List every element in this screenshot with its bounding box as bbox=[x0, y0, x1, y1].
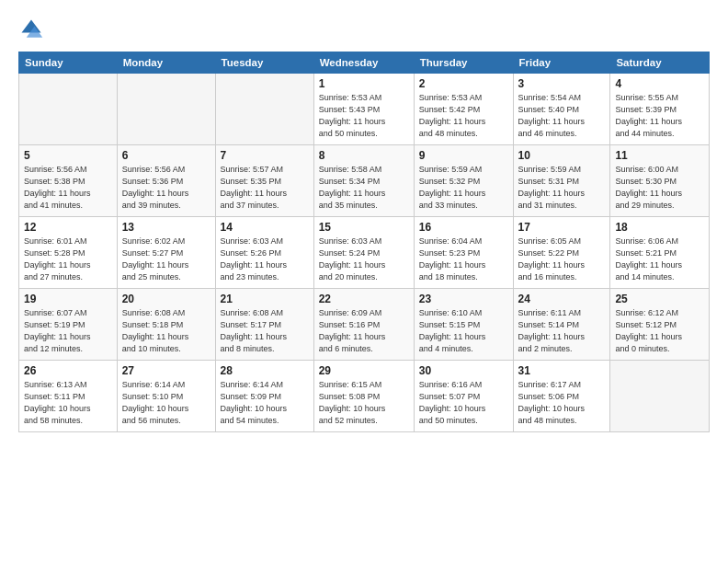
day-info: Sunrise: 6:03 AM Sunset: 5:24 PM Dayligh… bbox=[319, 236, 409, 283]
calendar-cell: 4Sunrise: 5:55 AM Sunset: 5:39 PM Daylig… bbox=[610, 74, 710, 145]
day-info: Sunrise: 6:11 AM Sunset: 5:14 PM Dayligh… bbox=[518, 307, 606, 355]
calendar-week-row: 12Sunrise: 6:01 AM Sunset: 5:28 PM Dayli… bbox=[19, 217, 710, 289]
day-number: 10 bbox=[518, 149, 606, 162]
logo bbox=[18, 17, 48, 42]
day-info: Sunrise: 5:54 AM Sunset: 5:40 PM Dayligh… bbox=[518, 92, 606, 140]
day-info: Sunrise: 6:15 AM Sunset: 5:08 PM Dayligh… bbox=[319, 379, 409, 427]
calendar-cell: 13Sunrise: 6:02 AM Sunset: 5:27 PM Dayli… bbox=[117, 217, 215, 289]
day-number: 27 bbox=[122, 364, 210, 377]
calendar-header-row: SundayMondayTuesdayWednesdayThursdayFrid… bbox=[19, 52, 710, 74]
day-number: 1 bbox=[319, 77, 409, 90]
day-number: 2 bbox=[419, 77, 508, 90]
day-info: Sunrise: 5:55 AM Sunset: 5:39 PM Dayligh… bbox=[615, 92, 704, 140]
calendar-cell: 24Sunrise: 6:11 AM Sunset: 5:14 PM Dayli… bbox=[513, 289, 610, 361]
day-info: Sunrise: 6:10 AM Sunset: 5:15 PM Dayligh… bbox=[419, 307, 508, 355]
weekday-header-friday: Friday bbox=[513, 52, 610, 74]
day-info: Sunrise: 5:59 AM Sunset: 5:32 PM Dayligh… bbox=[419, 164, 508, 212]
day-number: 31 bbox=[518, 364, 606, 377]
calendar-cell: 6Sunrise: 5:56 AM Sunset: 5:36 PM Daylig… bbox=[117, 145, 215, 217]
calendar-cell: 7Sunrise: 5:57 AM Sunset: 5:35 PM Daylig… bbox=[215, 145, 313, 217]
day-number: 20 bbox=[122, 293, 210, 305]
calendar-week-row: 5Sunrise: 5:56 AM Sunset: 5:38 PM Daylig… bbox=[19, 145, 710, 217]
day-info: Sunrise: 6:14 AM Sunset: 5:10 PM Dayligh… bbox=[122, 379, 210, 427]
day-number: 17 bbox=[518, 221, 606, 234]
day-number: 12 bbox=[24, 221, 112, 234]
calendar-cell: 28Sunrise: 6:14 AM Sunset: 5:09 PM Dayli… bbox=[215, 361, 313, 432]
calendar-cell: 16Sunrise: 6:04 AM Sunset: 5:23 PM Dayli… bbox=[414, 217, 513, 289]
calendar-table: SundayMondayTuesdayWednesdayThursdayFrid… bbox=[18, 52, 710, 432]
day-number: 7 bbox=[221, 149, 309, 162]
day-number: 30 bbox=[419, 364, 508, 377]
day-number: 21 bbox=[221, 293, 309, 305]
weekday-header-tuesday: Tuesday bbox=[215, 52, 313, 74]
calendar-cell: 10Sunrise: 5:59 AM Sunset: 5:31 PM Dayli… bbox=[513, 145, 610, 217]
calendar-cell: 29Sunrise: 6:15 AM Sunset: 5:08 PM Dayli… bbox=[313, 361, 414, 432]
day-number: 6 bbox=[122, 149, 210, 162]
day-info: Sunrise: 5:56 AM Sunset: 5:36 PM Dayligh… bbox=[122, 164, 210, 212]
day-number: 14 bbox=[221, 221, 309, 234]
day-info: Sunrise: 5:58 AM Sunset: 5:34 PM Dayligh… bbox=[319, 164, 409, 212]
weekday-header-wednesday: Wednesday bbox=[313, 52, 414, 74]
calendar-cell: 18Sunrise: 6:06 AM Sunset: 5:21 PM Dayli… bbox=[610, 217, 710, 289]
day-info: Sunrise: 6:12 AM Sunset: 5:12 PM Dayligh… bbox=[615, 307, 704, 355]
calendar-cell: 8Sunrise: 5:58 AM Sunset: 5:34 PM Daylig… bbox=[313, 145, 414, 217]
calendar-cell: 30Sunrise: 6:16 AM Sunset: 5:07 PM Dayli… bbox=[414, 361, 513, 432]
day-number: 9 bbox=[419, 149, 508, 162]
calendar-cell: 15Sunrise: 6:03 AM Sunset: 5:24 PM Dayli… bbox=[313, 217, 414, 289]
calendar-cell bbox=[215, 74, 313, 145]
day-number: 13 bbox=[122, 221, 210, 234]
day-info: Sunrise: 6:08 AM Sunset: 5:18 PM Dayligh… bbox=[122, 307, 210, 355]
day-number: 19 bbox=[24, 293, 112, 305]
day-info: Sunrise: 6:09 AM Sunset: 5:16 PM Dayligh… bbox=[319, 307, 409, 355]
day-info: Sunrise: 5:56 AM Sunset: 5:38 PM Dayligh… bbox=[24, 164, 112, 212]
calendar-cell: 31Sunrise: 6:17 AM Sunset: 5:06 PM Dayli… bbox=[513, 361, 610, 432]
day-number: 16 bbox=[419, 221, 508, 234]
day-info: Sunrise: 6:00 AM Sunset: 5:30 PM Dayligh… bbox=[615, 164, 704, 212]
calendar-week-row: 1Sunrise: 5:53 AM Sunset: 5:43 PM Daylig… bbox=[19, 74, 710, 145]
calendar-cell: 1Sunrise: 5:53 AM Sunset: 5:43 PM Daylig… bbox=[313, 74, 414, 145]
day-info: Sunrise: 6:07 AM Sunset: 5:19 PM Dayligh… bbox=[24, 307, 112, 355]
day-number: 15 bbox=[319, 221, 409, 234]
calendar-week-row: 19Sunrise: 6:07 AM Sunset: 5:19 PM Dayli… bbox=[19, 289, 710, 361]
calendar-cell: 21Sunrise: 6:08 AM Sunset: 5:17 PM Dayli… bbox=[215, 289, 313, 361]
day-number: 11 bbox=[615, 149, 704, 162]
calendar-cell: 22Sunrise: 6:09 AM Sunset: 5:16 PM Dayli… bbox=[313, 289, 414, 361]
calendar-week-row: 26Sunrise: 6:13 AM Sunset: 5:11 PM Dayli… bbox=[19, 361, 710, 432]
day-number: 25 bbox=[615, 293, 704, 305]
day-number: 26 bbox=[24, 364, 112, 377]
day-info: Sunrise: 5:57 AM Sunset: 5:35 PM Dayligh… bbox=[221, 164, 309, 212]
calendar-cell: 3Sunrise: 5:54 AM Sunset: 5:40 PM Daylig… bbox=[513, 74, 610, 145]
weekday-header-thursday: Thursday bbox=[414, 52, 513, 74]
day-number: 24 bbox=[518, 293, 606, 305]
calendar-cell: 11Sunrise: 6:00 AM Sunset: 5:30 PM Dayli… bbox=[610, 145, 710, 217]
calendar-cell: 20Sunrise: 6:08 AM Sunset: 5:18 PM Dayli… bbox=[117, 289, 215, 361]
day-number: 29 bbox=[319, 364, 409, 377]
day-info: Sunrise: 6:13 AM Sunset: 5:11 PM Dayligh… bbox=[24, 379, 112, 427]
day-number: 18 bbox=[615, 221, 704, 234]
day-info: Sunrise: 6:01 AM Sunset: 5:28 PM Dayligh… bbox=[24, 236, 112, 283]
day-info: Sunrise: 5:53 AM Sunset: 5:43 PM Dayligh… bbox=[319, 92, 409, 140]
day-number: 8 bbox=[319, 149, 409, 162]
calendar-cell bbox=[610, 361, 710, 432]
day-info: Sunrise: 6:16 AM Sunset: 5:07 PM Dayligh… bbox=[419, 379, 508, 427]
day-number: 5 bbox=[24, 149, 112, 162]
day-info: Sunrise: 6:03 AM Sunset: 5:26 PM Dayligh… bbox=[221, 236, 309, 283]
calendar-cell: 19Sunrise: 6:07 AM Sunset: 5:19 PM Dayli… bbox=[19, 289, 118, 361]
calendar-cell: 23Sunrise: 6:10 AM Sunset: 5:15 PM Dayli… bbox=[414, 289, 513, 361]
day-info: Sunrise: 6:08 AM Sunset: 5:17 PM Dayligh… bbox=[221, 307, 309, 355]
day-info: Sunrise: 6:04 AM Sunset: 5:23 PM Dayligh… bbox=[419, 236, 508, 283]
calendar-cell: 27Sunrise: 6:14 AM Sunset: 5:10 PM Dayli… bbox=[117, 361, 215, 432]
calendar-cell bbox=[117, 74, 215, 145]
day-number: 4 bbox=[615, 77, 704, 90]
day-info: Sunrise: 6:14 AM Sunset: 5:09 PM Dayligh… bbox=[221, 379, 309, 427]
calendar-cell: 14Sunrise: 6:03 AM Sunset: 5:26 PM Dayli… bbox=[215, 217, 313, 289]
day-info: Sunrise: 6:06 AM Sunset: 5:21 PM Dayligh… bbox=[615, 236, 704, 283]
header bbox=[18, 17, 710, 42]
weekday-header-saturday: Saturday bbox=[610, 52, 710, 74]
day-info: Sunrise: 6:02 AM Sunset: 5:27 PM Dayligh… bbox=[122, 236, 210, 283]
day-number: 28 bbox=[221, 364, 309, 377]
calendar-cell: 9Sunrise: 5:59 AM Sunset: 5:32 PM Daylig… bbox=[414, 145, 513, 217]
calendar-cell: 12Sunrise: 6:01 AM Sunset: 5:28 PM Dayli… bbox=[19, 217, 118, 289]
calendar-cell: 5Sunrise: 5:56 AM Sunset: 5:38 PM Daylig… bbox=[19, 145, 118, 217]
day-number: 3 bbox=[518, 77, 606, 90]
